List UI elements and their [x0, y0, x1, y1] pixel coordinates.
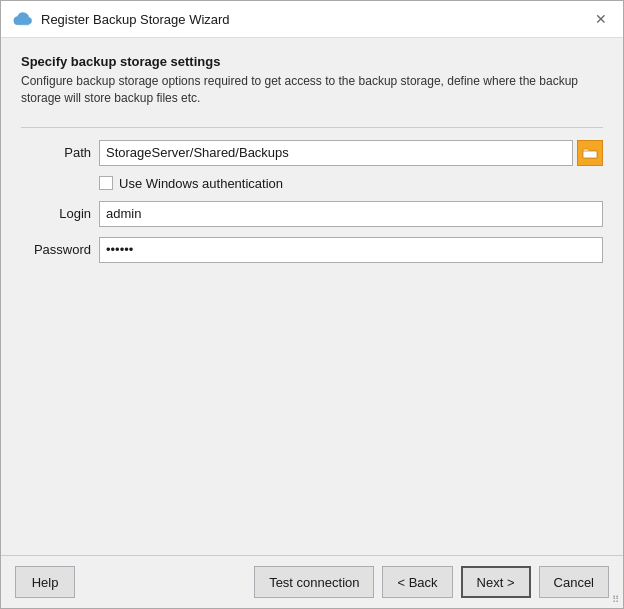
browse-button[interactable] — [577, 140, 603, 166]
content-spacer — [21, 263, 603, 539]
folder-icon — [582, 146, 598, 160]
path-input[interactable] — [99, 140, 573, 166]
title-bar: Register Backup Storage Wizard ✕ — [1, 1, 623, 38]
path-input-wrapper — [99, 140, 603, 166]
path-row: Path — [21, 140, 603, 166]
help-button[interactable]: Help — [15, 566, 75, 598]
dialog-title: Register Backup Storage Wizard — [41, 12, 230, 27]
windows-auth-row: Use Windows authentication — [21, 176, 603, 191]
form-area: Path Use Wi — [21, 140, 603, 263]
password-label: Password — [21, 242, 91, 257]
password-row: Password — [21, 237, 603, 263]
login-label: Login — [21, 206, 91, 221]
login-input[interactable] — [99, 201, 603, 227]
cancel-button[interactable]: Cancel — [539, 566, 609, 598]
dialog-content: Specify backup storage settings Configur… — [1, 38, 623, 555]
section-divider — [21, 127, 603, 128]
password-input[interactable] — [99, 237, 603, 263]
windows-auth-label[interactable]: Use Windows authentication — [119, 176, 283, 191]
path-label: Path — [21, 145, 91, 160]
next-button[interactable]: Next > — [461, 566, 531, 598]
register-backup-storage-dialog: Register Backup Storage Wizard ✕ Specify… — [0, 0, 624, 609]
section-description: Configure backup storage options require… — [21, 73, 603, 107]
title-bar-left: Register Backup Storage Wizard — [13, 11, 230, 27]
cloud-icon — [13, 11, 33, 27]
back-button[interactable]: < Back — [382, 566, 452, 598]
resize-handle[interactable]: ⠿ — [612, 594, 620, 605]
windows-auth-checkbox[interactable] — [99, 176, 113, 190]
test-connection-button[interactable]: Test connection — [254, 566, 374, 598]
section-title: Specify backup storage settings — [21, 54, 603, 69]
section-header: Specify backup storage settings Configur… — [21, 54, 603, 107]
footer: Help Test connection < Back Next > Cance… — [1, 555, 623, 608]
close-button[interactable]: ✕ — [591, 9, 611, 29]
login-row: Login — [21, 201, 603, 227]
